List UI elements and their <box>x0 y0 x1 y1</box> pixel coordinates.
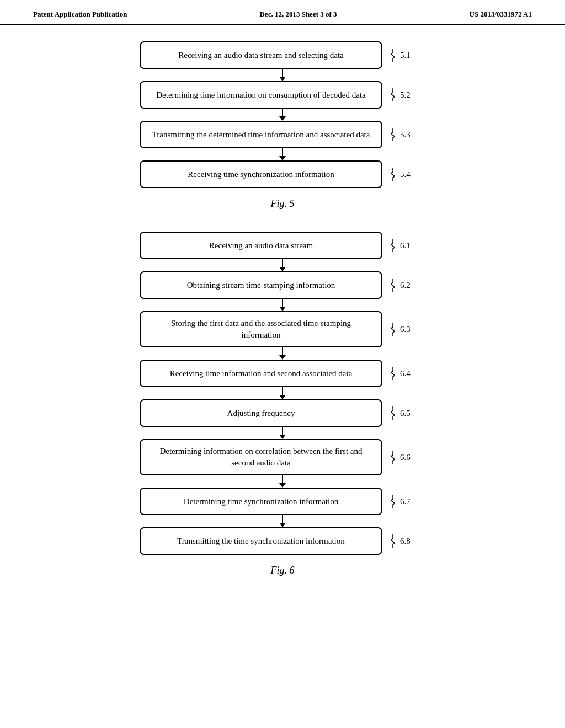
flow-arrow <box>161 427 404 439</box>
step-label: 6.3 <box>400 325 411 334</box>
svg-marker-13 <box>279 395 286 399</box>
flow-row: Adjusting frequency 6.5 <box>140 399 425 427</box>
flow-row: Storing the first data and the associate… <box>140 311 425 347</box>
step-label: 5.3 <box>400 130 411 140</box>
header-right: US 2013/0331972 A1 <box>470 10 532 19</box>
flow-arrow <box>161 347 404 360</box>
flow-box: Receiving time synchronization informati… <box>140 160 382 188</box>
svg-marker-3 <box>279 116 286 121</box>
svg-marker-15 <box>279 435 286 439</box>
flow-box: Receiving time information and second as… <box>140 360 382 387</box>
flow-box: Storing the first data and the associate… <box>140 311 382 347</box>
svg-marker-11 <box>279 355 286 360</box>
step-label: 5.4 <box>400 170 411 179</box>
svg-marker-19 <box>279 523 286 527</box>
fig5-caption: Fig. 5 <box>271 198 295 210</box>
flow-arrow <box>161 515 404 527</box>
flow-box: Adjusting frequency <box>140 399 382 427</box>
flow-row: Determining time synchronization informa… <box>140 488 425 515</box>
figure-6-section: Receiving an audio data stream 6.1 Obtai… <box>33 232 532 576</box>
flow-box: Obtaining stream time-stamping informati… <box>140 271 382 299</box>
header-center: Dec. 12, 2013 Sheet 3 of 3 <box>259 10 337 19</box>
flow-arrow <box>161 69 404 81</box>
flow-row: Determining time information on consumpt… <box>140 81 425 109</box>
step-label: 5.1 <box>400 51 411 60</box>
flow-box: Determining information on correlation b… <box>140 439 382 475</box>
step-label: 6.1 <box>400 241 411 250</box>
step-label: 6.2 <box>400 281 411 290</box>
step-label: 6.8 <box>400 537 411 546</box>
fig5-flowchart: Receiving an audio data stream and selec… <box>140 41 425 188</box>
step-label: 5.2 <box>400 90 411 100</box>
flow-row: Receiving an audio data stream and selec… <box>140 41 425 69</box>
flow-arrow <box>161 387 404 399</box>
step-label: 6.7 <box>400 497 411 506</box>
flow-box: Transmitting the determined time informa… <box>140 121 382 148</box>
flow-row: Obtaining stream time-stamping informati… <box>140 271 425 299</box>
flow-box: Determining time synchronization informa… <box>140 488 382 515</box>
svg-marker-17 <box>279 483 286 488</box>
step-label: 6.4 <box>400 369 411 378</box>
step-label: 6.5 <box>400 409 411 418</box>
fig6-flowchart: Receiving an audio data stream 6.1 Obtai… <box>140 232 425 555</box>
svg-marker-5 <box>279 156 286 160</box>
flow-row: Receiving time information and second as… <box>140 360 425 387</box>
flow-box: Receiving an audio data stream and selec… <box>140 41 382 69</box>
figure-5-section: Receiving an audio data stream and selec… <box>33 41 532 210</box>
svg-marker-9 <box>279 307 286 311</box>
flow-arrow <box>161 109 404 121</box>
flow-row: Transmitting the determined time informa… <box>140 121 425 148</box>
flow-arrow <box>161 259 404 271</box>
flow-arrow <box>161 148 404 160</box>
flow-row: Receiving an audio data stream 6.1 <box>140 232 425 259</box>
flow-row: Determining information on correlation b… <box>140 439 425 475</box>
flow-arrow <box>161 475 404 488</box>
page-header: Patent Application Publication Dec. 12, … <box>0 0 565 25</box>
fig6-caption: Fig. 6 <box>271 565 295 576</box>
svg-marker-7 <box>279 267 286 271</box>
flow-row: Receiving time synchronization informati… <box>140 160 425 188</box>
step-label: 6.6 <box>400 453 411 462</box>
flow-box: Transmitting the time synchronization in… <box>140 527 382 555</box>
flow-box: Receiving an audio data stream <box>140 232 382 259</box>
flow-row: Transmitting the time synchronization in… <box>140 527 425 555</box>
svg-marker-1 <box>279 77 286 81</box>
header-left: Patent Application Publication <box>33 10 127 19</box>
flow-arrow <box>161 299 404 311</box>
page-content: Receiving an audio data stream and selec… <box>0 25 565 615</box>
flow-box: Determining time information on consumpt… <box>140 81 382 109</box>
